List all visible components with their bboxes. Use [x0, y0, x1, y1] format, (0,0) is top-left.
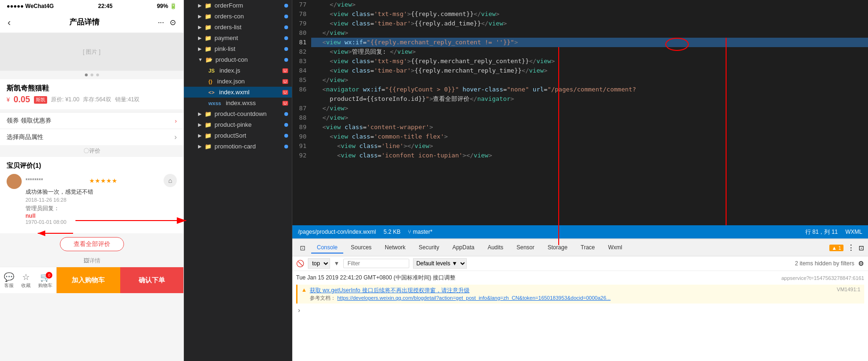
- tab-console[interactable]: Console: [311, 242, 343, 254]
- code-line-86: 86 <navigator wx:if="{{replyCount > 0}}"…: [292, 85, 868, 94]
- arrow-icon: ▶: [198, 14, 202, 19]
- tab-network[interactable]: Network: [379, 242, 411, 254]
- review-date: 2018-11-26 16:28: [25, 197, 177, 203]
- coupon-arrow[interactable]: ›: [175, 117, 177, 124]
- price-badge: 斯凯: [34, 96, 47, 104]
- tab-trace[interactable]: Trace: [575, 242, 601, 254]
- tab-storage[interactable]: Storage: [542, 242, 573, 254]
- star-icon: ☆: [22, 272, 30, 282]
- blue-badge: [284, 47, 288, 51]
- tree-item-product-countdown[interactable]: ▶ 📁 product-countdown: [184, 108, 292, 119]
- code-line-90: 90 <view class='common-title flex'>: [292, 132, 868, 141]
- tab-security[interactable]: Security: [413, 242, 445, 254]
- tree-item-index-wxml[interactable]: <> index.wxml U: [184, 87, 292, 98]
- arrow-icon: ▶: [198, 46, 202, 51]
- cart-label: 购物车: [38, 282, 52, 289]
- warn-ref-label: 参考文档：: [310, 295, 336, 301]
- cart-badge: 0: [46, 272, 52, 279]
- buy-button[interactable]: 确认下单: [120, 267, 184, 293]
- attr-row[interactable]: 选择商品属性 ›: [0, 129, 183, 145]
- warn-ref-link[interactable]: https://developers.weixin.qq.com/blogdet…: [337, 295, 611, 301]
- expand-icon: ›: [298, 306, 300, 314]
- code-line-82: 82 <view>管理员回复: </view>: [292, 47, 868, 57]
- devtools-tabs: ⊡ Console Sources Network Security AppDa…: [292, 239, 868, 256]
- arrow-icon: ▶: [198, 35, 202, 41]
- tree-item-orders-con[interactable]: ▶ 📁 orders-con: [184, 11, 292, 22]
- code-line-86b: 86 productId={{storeInfo.id}}">查看全部评价</n…: [292, 94, 868, 104]
- code-line-88: 88 </view>: [292, 113, 868, 123]
- more-icon[interactable]: ···: [158, 18, 164, 27]
- tab-appdata[interactable]: AppData: [446, 242, 480, 254]
- blue-badge: [284, 25, 288, 29]
- customer-service-label: 客服: [4, 282, 14, 289]
- collect-label: 收藏: [21, 282, 31, 289]
- log-timestamp-text: Tue Jan 15 2019 22:41:20 GMT+0800 (中国标准时…: [296, 274, 455, 282]
- tree-label: productSort: [215, 132, 281, 139]
- settings-gear-icon[interactable]: ⚙: [858, 260, 864, 267]
- tree-label: product-con: [215, 56, 281, 63]
- view-all-button[interactable]: 查看全部评价: [60, 237, 124, 251]
- tree-item-index-wxss[interactable]: wxss index.wxss U: [184, 98, 292, 108]
- attr-arrow[interactable]: ›: [174, 133, 177, 141]
- tree-label: product-countdown: [215, 110, 281, 117]
- dot-3: [96, 74, 99, 76]
- icon-collect[interactable]: ☆ 收藏: [21, 272, 31, 289]
- tree-item-productSort[interactable]: ▶ 📁 productSort: [184, 130, 292, 141]
- warn-link[interactable]: 获取 wx.getUserInfo 接口后续将不再出现授权弹窗，请注意升级: [310, 287, 470, 294]
- time-text: 22:45: [98, 3, 113, 9]
- tab-sensor[interactable]: Sensor: [511, 242, 540, 254]
- arrow-icon: ▶: [198, 122, 202, 127]
- code-status-bar: /pages/product-con/index.wxml 5.2 KB ⑂ m…: [292, 225, 868, 238]
- warning-badge: ▲ 1: [829, 245, 843, 251]
- tree-item-orders-list[interactable]: ▶ 📁 orders-list: [184, 22, 292, 33]
- tab-audits[interactable]: Audits: [482, 242, 509, 254]
- dot-2: [91, 74, 93, 76]
- tab-sources[interactable]: Sources: [345, 242, 377, 254]
- context-selector[interactable]: top: [308, 258, 330, 269]
- resize-icon[interactable]: ⊡: [859, 244, 864, 252]
- branch-status: ⑂ master*: [408, 229, 432, 235]
- filter-input[interactable]: [343, 259, 409, 268]
- coupon-label: 领券 领取优惠券: [7, 116, 51, 125]
- tree-item-index-json[interactable]: {} index.json U: [184, 76, 292, 87]
- arrow-icon: ▶: [198, 133, 202, 138]
- detail-divider: 🖼详情: [0, 255, 183, 267]
- tab-wxml[interactable]: Wxml: [603, 242, 628, 254]
- price-main: 0.05: [14, 95, 30, 105]
- icon-customer-service[interactable]: 💬 客服: [4, 272, 14, 289]
- tree-item-promotion-card[interactable]: ▶ 📁 promotion-card: [184, 141, 292, 152]
- tree-item-product-pinke[interactable]: ▶ 📁 product-pinke: [184, 119, 292, 130]
- inspect-button[interactable]: ⊡: [296, 242, 309, 254]
- log-ref-text: appservice?t=1547563278847:6161: [781, 275, 864, 281]
- tree-item-orderForm[interactable]: ▶ 📁 orderForm: [184, 0, 292, 11]
- tree-item-pink-list[interactable]: ▶ 📁 pink-list: [184, 43, 292, 54]
- image-placeholder: [ 图片 ]: [83, 48, 100, 56]
- add-to-cart-button[interactable]: 加入购物车: [57, 267, 120, 293]
- more-dots-icon[interactable]: ⋮: [847, 243, 855, 252]
- dropdown-arrow-icon: ▼: [334, 260, 339, 267]
- tree-label: index.js: [219, 67, 279, 74]
- blue-badge: [284, 145, 288, 148]
- target-icon[interactable]: ⊙: [170, 18, 176, 27]
- main-container: ●●●●● WeChat4G 22:45 99% 🔋 ‹ 产品详情 ··· ⊙ …: [0, 0, 868, 361]
- code-line-80: 80 </view>: [292, 28, 868, 38]
- code-area: 77 </view> 78 <view class='txt-msg'>{{re…: [292, 0, 868, 225]
- icon-cart[interactable]: 🛒 购物车 0: [38, 272, 52, 289]
- tree-label: index.wxss: [226, 99, 280, 107]
- mobile-panel: ●●●●● WeChat4G 22:45 99% 🔋 ‹ 产品详情 ··· ⊙ …: [0, 0, 184, 361]
- battery-text: 99% 🔋: [157, 3, 177, 9]
- blue-badge: [284, 58, 288, 62]
- tree-item-payment[interactable]: ▶ 📁 payment: [184, 33, 292, 43]
- back-button[interactable]: ‹: [8, 17, 11, 28]
- sales-text: 销量:41双: [115, 96, 140, 104]
- attr-label: 选择商品属性: [7, 133, 43, 141]
- coupon-row[interactable]: 领券 领取优惠券 ›: [0, 112, 183, 129]
- expand-log-row[interactable]: ›: [296, 305, 864, 315]
- tree-item-product-con[interactable]: ▼ 📂 product-con: [184, 54, 292, 65]
- tree-item-index-js[interactable]: JS index.js U: [184, 65, 292, 76]
- folder-icon: 📁: [205, 24, 212, 31]
- no-entry-icon[interactable]: 🚫: [296, 260, 304, 267]
- level-select[interactable]: Default levels ▼: [413, 258, 467, 269]
- log-warning-row: ▲ 获取 wx.getUserInfo 接口后续将不再出现授权弹窗，请注意升级 …: [296, 285, 864, 304]
- blue-badge: [284, 123, 288, 127]
